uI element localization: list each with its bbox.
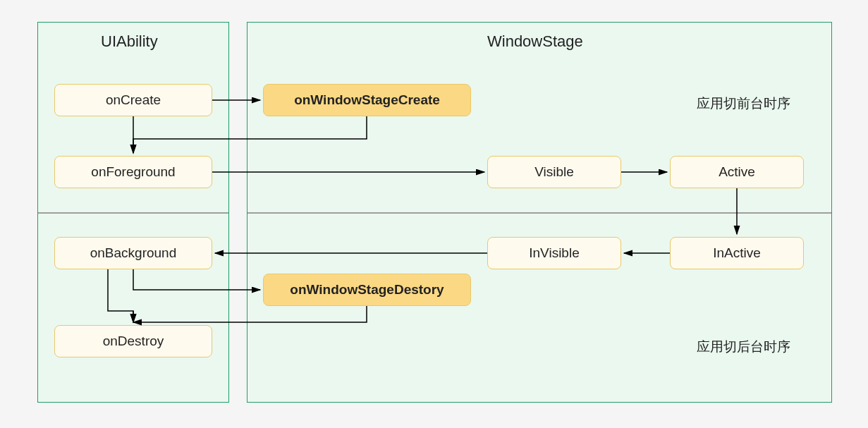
node-onwindowstagedestroy: onWindowStageDestory [263, 274, 471, 306]
panel-title-uiability: UIAbility [101, 32, 158, 51]
node-onwindowstagecreate: onWindowStageCreate [263, 84, 471, 116]
divider-left [38, 212, 228, 214]
node-onforeground: onForeground [54, 156, 212, 188]
node-oncreate: onCreate [54, 84, 212, 116]
node-visible: Visible [487, 156, 621, 188]
caption-background: 应用切后台时序 [697, 338, 790, 356]
node-onbackground: onBackground [54, 237, 212, 269]
node-invisible: InVisible [487, 237, 621, 269]
node-inactive: InActive [670, 237, 804, 269]
caption-foreground: 应用切前台时序 [697, 94, 790, 113]
node-ondestroy: onDestroy [54, 325, 212, 357]
panel-title-windowstage: WindowStage [487, 32, 583, 51]
diagram-container: UIAbility WindowStage onCreate onForegro… [37, 22, 832, 403]
node-active: Active [670, 156, 804, 188]
divider-right [247, 212, 831, 214]
